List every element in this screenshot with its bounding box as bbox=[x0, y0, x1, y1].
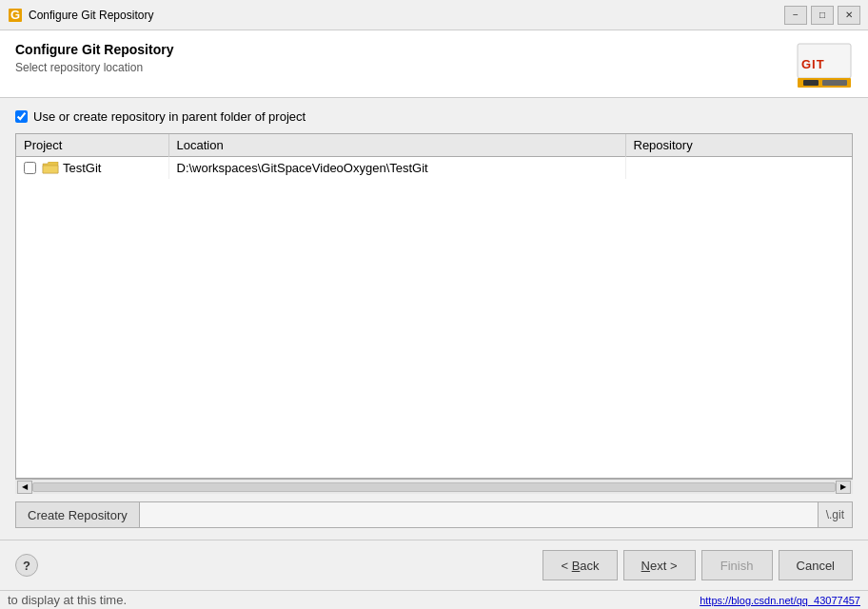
title-bar-icon: G bbox=[8, 8, 23, 23]
next-button[interactable]: Next > bbox=[623, 550, 696, 580]
dialog-title: Configure Git Repository bbox=[15, 42, 796, 57]
dialog-header-text: Configure Git Repository Select reposito… bbox=[15, 42, 796, 74]
back-label: < Back bbox=[561, 559, 599, 573]
cancel-button[interactable]: Cancel bbox=[779, 550, 853, 580]
next-label: Next > bbox=[641, 559, 678, 573]
finish-button[interactable]: Finish bbox=[701, 550, 773, 580]
maximize-button[interactable]: □ bbox=[811, 6, 834, 25]
col-header-project: Project bbox=[16, 134, 168, 157]
project-checkbox[interactable] bbox=[24, 162, 36, 174]
git-logo: GIT bbox=[796, 42, 853, 89]
svg-text:GIT: GIT bbox=[801, 57, 825, 71]
status-link[interactable]: https://blog.csdn.net/qq_43077457 bbox=[700, 595, 860, 606]
svg-rect-5 bbox=[803, 80, 819, 86]
back-underline: B bbox=[572, 559, 581, 573]
close-button[interactable]: ✕ bbox=[838, 6, 860, 25]
repository-cell bbox=[625, 157, 852, 180]
status-bar: to display at this time. https://blog.cs… bbox=[0, 590, 868, 609]
footer-left: ? bbox=[15, 554, 537, 577]
location-cell: D:\workspaces\GitSpaceVideoOxygen\TestGi… bbox=[168, 157, 625, 180]
projects-table-container: Project Location Repository bbox=[15, 133, 853, 479]
title-bar-controls: − □ ✕ bbox=[784, 6, 860, 25]
svg-rect-6 bbox=[822, 80, 847, 86]
next-underline: N bbox=[641, 559, 650, 573]
use-parent-folder-checkbox[interactable] bbox=[15, 110, 28, 123]
repository-path-input[interactable] bbox=[140, 501, 819, 528]
dialog-footer: ? < Back Next > Finish Cancel bbox=[0, 540, 868, 590]
dialog-content: Configure Git Repository Select reposito… bbox=[0, 30, 868, 590]
col-header-location: Location bbox=[168, 134, 625, 157]
git-suffix-label: \.git bbox=[819, 501, 853, 528]
use-parent-folder-label[interactable]: Use or create repository in parent folde… bbox=[33, 109, 306, 124]
project-cell: TestGit bbox=[16, 157, 168, 180]
horizontal-scrollbar[interactable]: ◀ ▶ bbox=[15, 479, 853, 494]
dialog-subtitle: Select repository location bbox=[15, 61, 796, 74]
dialog-header: Configure Git Repository Select reposito… bbox=[0, 30, 868, 98]
scroll-right-button[interactable]: ▶ bbox=[836, 481, 851, 494]
minimize-button[interactable]: − bbox=[784, 6, 807, 25]
svg-text:G: G bbox=[10, 8, 20, 22]
scrollbar-track[interactable] bbox=[32, 482, 836, 492]
col-header-repository: Repository bbox=[625, 134, 852, 157]
table-row: TestGit D:\workspaces\GitSpaceVideoOxyge… bbox=[16, 157, 852, 180]
use-parent-folder-row: Use or create repository in parent folde… bbox=[15, 109, 853, 124]
project-name: TestGit bbox=[63, 161, 101, 175]
status-message: to display at this time. bbox=[8, 593, 127, 607]
back-button[interactable]: < Back bbox=[542, 550, 617, 580]
dialog-body: Use or create repository in parent folde… bbox=[0, 98, 868, 540]
title-bar-title: Configure Git Repository bbox=[29, 9, 784, 22]
title-bar: G Configure Git Repository − □ ✕ bbox=[0, 0, 868, 30]
scroll-left-button[interactable]: ◀ bbox=[17, 481, 32, 494]
help-button[interactable]: ? bbox=[15, 554, 38, 577]
create-repository-button[interactable]: Create Repository bbox=[15, 501, 140, 528]
table-header-row: Project Location Repository bbox=[16, 134, 852, 157]
folder-icon bbox=[42, 162, 59, 175]
create-repository-row: Create Repository \.git bbox=[15, 501, 853, 528]
projects-table: Project Location Repository bbox=[16, 134, 852, 179]
